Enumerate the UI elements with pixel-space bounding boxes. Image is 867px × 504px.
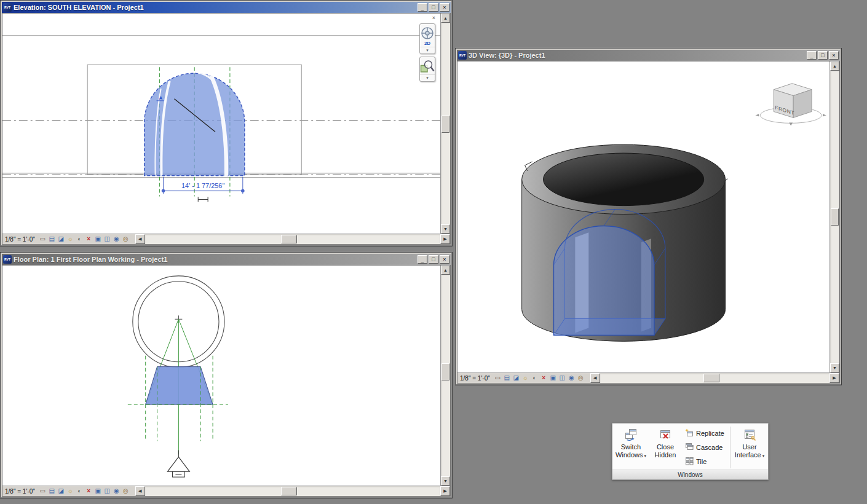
temporary-hide-icon[interactable]: ◉: [112, 235, 121, 243]
vertical-scrollbar[interactable]: ▲ ▼: [440, 14, 450, 234]
scroll-right-button[interactable]: ▶: [440, 234, 450, 244]
close-button[interactable]: ×: [440, 3, 449, 12]
visual-style-icon[interactable]: ◪: [57, 235, 66, 243]
vertical-scroll-thumb[interactable]: [831, 208, 839, 226]
minimize-button[interactable]: _: [807, 51, 817, 60]
restore-button[interactable]: □: [429, 3, 438, 12]
view3d-titlebar[interactable]: RVT 3D View: {3D} - Project1 _ □ ×: [457, 50, 840, 61]
detail-level-icon[interactable]: ▤: [502, 374, 512, 382]
visual-style-icon[interactable]: ◪: [57, 487, 66, 495]
wheel-chevron-icon[interactable]: ▾: [420, 47, 435, 53]
steering-wheel-icon[interactable]: [420, 26, 435, 41]
zoom-chevron-icon[interactable]: ▾: [420, 74, 435, 81]
minimize-button[interactable]: _: [418, 255, 427, 264]
show-crop-icon[interactable]: ◫: [558, 374, 567, 382]
scroll-down-button[interactable]: ▼: [441, 224, 450, 234]
sun-path-icon[interactable]: ☼: [521, 374, 530, 382]
scroll-up-button[interactable]: ▲: [830, 61, 839, 71]
restore-button[interactable]: □: [818, 51, 828, 60]
visual-style-icon[interactable]: ◪: [512, 374, 521, 382]
horizontal-scrollbar[interactable]: ◀ ▶: [135, 486, 450, 496]
scroll-right-button[interactable]: ▶: [440, 486, 450, 496]
horizontal-scroll-track[interactable]: [600, 373, 829, 383]
crop-view-icon[interactable]: ▣: [548, 374, 558, 382]
close-button[interactable]: ×: [829, 51, 839, 60]
temporary-hide-icon[interactable]: ◉: [112, 487, 121, 495]
reveal-hidden-icon[interactable]: ◎: [121, 487, 130, 495]
zoom-icon[interactable]: [420, 59, 435, 74]
horizontal-scroll-thumb[interactable]: [281, 235, 297, 243]
crop-view-icon[interactable]: ▣: [93, 235, 103, 243]
floorplan-drawing-area[interactable]: [2, 266, 440, 486]
vertical-scroll-track[interactable]: [441, 275, 450, 476]
floorplan-titlebar[interactable]: RVT Floor Plan: 1 First Floor Plan Worki…: [2, 254, 451, 265]
dimension-drag-handle[interactable]: [198, 197, 208, 202]
scroll-up-button[interactable]: ▲: [441, 266, 450, 275]
vertical-scrollbar[interactable]: ▲ ▼: [829, 61, 839, 372]
horizontal-scroll-track[interactable]: [145, 486, 440, 496]
horizontal-scrollbar[interactable]: ◀ ▶: [135, 234, 450, 244]
show-crop-icon[interactable]: ◫: [103, 235, 112, 243]
cascade-button[interactable]: Cascade: [684, 442, 727, 453]
switch-windows-button[interactable]: Switch Windows▾: [614, 425, 648, 470]
dimension-value[interactable]: 14' - 1 77/256": [181, 182, 224, 189]
view3d-drawing-area[interactable]: FRONT: [457, 61, 829, 372]
vertical-scroll-track[interactable]: [830, 71, 839, 363]
reveal-hidden-icon[interactable]: ◎: [121, 235, 130, 243]
minimize-button[interactable]: _: [418, 3, 427, 12]
scroll-right-button[interactable]: ▶: [829, 373, 839, 383]
dome-extrusion-selected[interactable]: [144, 72, 245, 176]
vertical-scroll-thumb[interactable]: [441, 363, 449, 380]
dimension-grip[interactable]: [241, 189, 245, 193]
tile-button[interactable]: Tile: [684, 456, 727, 467]
dropdown-arrow-icon[interactable]: ▾: [762, 454, 765, 458]
crop-view-icon[interactable]: ▣: [93, 487, 103, 495]
shadows-icon[interactable]: ◐: [75, 487, 84, 495]
view-scale-button[interactable]: 1/8" = 1'-0": [2, 236, 38, 243]
horizontal-scroll-track[interactable]: [145, 234, 440, 244]
scroll-down-button[interactable]: ▼: [441, 476, 450, 486]
detail-level-icon[interactable]: ▤: [47, 235, 57, 243]
view-scale-button[interactable]: 1/8" = 1'-0": [457, 375, 493, 382]
user-interface-button[interactable]: User Interface▾: [732, 425, 767, 470]
scroll-left-button[interactable]: ◀: [135, 234, 145, 244]
sheet-size-icon[interactable]: ▭: [38, 235, 47, 243]
sheet-size-icon[interactable]: ▭: [38, 487, 47, 495]
scroll-up-button[interactable]: ▲: [441, 14, 450, 23]
temporary-dimension[interactable]: 14' - 1 77/256": [162, 177, 245, 202]
crop-off-icon[interactable]: ×: [84, 235, 93, 243]
viewcube[interactable]: FRONT: [755, 84, 826, 126]
view-scale-button[interactable]: 1/8" = 1'-0": [2, 488, 38, 495]
detail-level-icon[interactable]: ▤: [47, 487, 57, 495]
elevation-drawing-area[interactable]: A 14' - 1 77/256": [2, 14, 440, 234]
crop-off-icon[interactable]: ×: [84, 487, 93, 495]
shadows-icon[interactable]: ◐: [75, 235, 84, 243]
sheet-size-icon[interactable]: ▭: [493, 374, 502, 382]
shadows-icon[interactable]: ◐: [530, 374, 539, 382]
scroll-down-button[interactable]: ▼: [830, 363, 839, 372]
elevation-titlebar[interactable]: RVT Elevation: SOUTH ELEVATION - Project…: [2, 2, 451, 13]
vertical-scroll-thumb[interactable]: [441, 116, 449, 133]
navbar-close-icon[interactable]: ×: [432, 15, 435, 21]
close-hidden-button[interactable]: Close Hidden: [648, 425, 683, 470]
elevation-marker[interactable]: [167, 450, 189, 477]
dropdown-arrow-icon[interactable]: ▾: [644, 454, 647, 458]
scroll-left-button[interactable]: ◀: [590, 373, 600, 383]
dimension-grip[interactable]: [162, 189, 165, 193]
reveal-hidden-icon[interactable]: ◎: [576, 374, 585, 382]
scroll-left-button[interactable]: ◀: [135, 486, 145, 496]
vertical-scroll-track[interactable]: [441, 23, 450, 224]
restore-button[interactable]: □: [429, 255, 438, 264]
show-crop-icon[interactable]: ◫: [103, 487, 112, 495]
horizontal-scroll-thumb[interactable]: [703, 374, 719, 382]
replicate-button[interactable]: Replicate: [684, 428, 727, 439]
close-button[interactable]: ×: [440, 255, 449, 264]
horizontal-scroll-thumb[interactable]: [281, 487, 297, 495]
horizontal-scrollbar[interactable]: ◀ ▶: [590, 373, 839, 383]
extrusion-profile-selected[interactable]: [146, 367, 213, 404]
crop-off-icon[interactable]: ×: [539, 374, 548, 382]
temporary-hide-icon[interactable]: ◉: [567, 374, 576, 382]
sun-path-icon[interactable]: ☼: [66, 235, 75, 243]
vertical-scrollbar[interactable]: ▲ ▼: [440, 266, 450, 486]
sun-path-icon[interactable]: ☼: [66, 487, 75, 495]
